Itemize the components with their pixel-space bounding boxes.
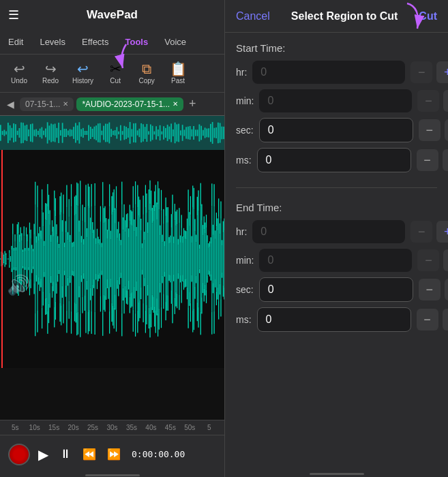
- start-hr-input[interactable]: [252, 61, 405, 84]
- start-ms-label: ms:: [236, 155, 252, 166]
- tab-add-button[interactable]: +: [186, 97, 199, 111]
- record-button[interactable]: [8, 444, 30, 465]
- start-min-minus[interactable]: −: [417, 90, 439, 112]
- menu-levels[interactable]: Levels: [31, 30, 74, 54]
- pause-button[interactable]: ⏸: [57, 444, 74, 464]
- fast-forward-button[interactable]: ⏩: [104, 445, 123, 463]
- paste-button[interactable]: 📋 Past: [163, 59, 193, 87]
- copy-button[interactable]: ⧉ Copy: [132, 59, 162, 87]
- menu-tools[interactable]: Tools: [117, 30, 157, 54]
- history-button[interactable]: ↩ History: [67, 59, 99, 87]
- tl-50s: 50s: [180, 424, 199, 431]
- history-label: History: [72, 77, 93, 84]
- redo-icon: ↪: [45, 62, 57, 76]
- undo-icon: ↩: [14, 62, 25, 76]
- end-min-input[interactable]: [259, 249, 412, 272]
- end-sec-input[interactable]: [259, 277, 413, 302]
- paste-label: Past: [171, 77, 185, 84]
- play-button[interactable]: ▶: [35, 444, 51, 465]
- tab-prev-button[interactable]: ◀: [4, 97, 17, 111]
- start-sec-label: sec:: [236, 125, 254, 136]
- tl-25s: 25s: [83, 424, 102, 431]
- tab-1-close[interactable]: ✕: [63, 100, 68, 108]
- timeline-labels: 5s 10s 15s 20s 25s 30s 35s 40s 45s 50s 5: [5, 424, 219, 431]
- hamburger-button[interactable]: ☰: [8, 7, 19, 22]
- start-min-input[interactable]: [259, 89, 412, 112]
- end-hr-input[interactable]: [252, 220, 405, 243]
- cut-button[interactable]: ✂ Cut: [100, 59, 130, 87]
- start-hr-label: hr:: [236, 67, 247, 78]
- start-min-plus[interactable]: +: [443, 90, 448, 112]
- end-ms-input[interactable]: [257, 307, 411, 332]
- start-min-row: min: − +: [236, 89, 437, 112]
- end-min-plus[interactable]: +: [443, 249, 448, 271]
- menu-edit[interactable]: Edit: [0, 30, 31, 54]
- start-hr-plus[interactable]: +: [436, 61, 448, 83]
- end-time-section: End Time: hr: − + min: − + sec: − +: [225, 192, 448, 343]
- menu-effects[interactable]: Effects: [74, 30, 117, 54]
- start-min-stepper: − +: [417, 90, 448, 112]
- start-ms-stepper: − +: [417, 149, 448, 171]
- start-min-label: min:: [236, 95, 254, 106]
- undo-label: Undo: [11, 77, 27, 84]
- paste-icon: 📋: [170, 62, 187, 76]
- dialog-title: Select Region to Cut: [291, 10, 398, 22]
- end-ms-stepper: − +: [417, 309, 448, 330]
- start-sec-input[interactable]: [259, 118, 413, 142]
- tab-2-label: *AUDIO-2023-07-15-1...: [82, 99, 170, 109]
- left-panel: ☰ WavePad Edit Levels Effects Tools Voic…: [0, 0, 225, 477]
- waveform-main[interactable]: 🔊: [0, 150, 224, 420]
- end-hr-row: hr: − +: [236, 220, 437, 243]
- tab-2-close[interactable]: ✕: [173, 100, 178, 108]
- start-ms-minus[interactable]: −: [417, 149, 438, 171]
- history-icon: ↩: [77, 62, 89, 76]
- tl-30s: 30s: [102, 424, 121, 431]
- end-time-label: End Time:: [236, 202, 437, 213]
- tl-55s: 5: [200, 424, 219, 431]
- tab-item-1[interactable]: 07-15-1... ✕: [20, 97, 74, 111]
- tab-bar: ◀ 07-15-1... ✕ *AUDIO-2023-07-15-1... ✕ …: [0, 93, 224, 116]
- cut-action-button[interactable]: Cut: [419, 10, 437, 22]
- start-hr-minus[interactable]: −: [410, 61, 432, 83]
- speaker-icon: 🔊: [7, 274, 31, 296]
- start-sec-minus[interactable]: −: [419, 119, 440, 141]
- start-hr-stepper: − +: [410, 61, 448, 83]
- end-sec-plus[interactable]: +: [445, 279, 448, 301]
- redo-button[interactable]: ↪ Redo: [35, 59, 65, 87]
- end-ms-plus[interactable]: +: [443, 309, 448, 330]
- end-sec-stepper: − +: [419, 279, 448, 301]
- start-time-label: Start Time:: [236, 42, 437, 54]
- start-ms-row: ms: − +: [236, 148, 437, 172]
- end-ms-label: ms:: [236, 314, 252, 325]
- waveform-overview: [0, 116, 224, 150]
- end-sec-minus[interactable]: −: [419, 279, 440, 301]
- tab-1-label: 07-15-1...: [25, 99, 60, 109]
- end-min-stepper: − +: [417, 249, 448, 271]
- start-hr-row: hr: − +: [236, 61, 437, 84]
- end-ms-minus[interactable]: −: [417, 309, 438, 330]
- end-min-label: min:: [236, 255, 254, 266]
- copy-icon: ⧉: [142, 62, 151, 76]
- home-indicator: [0, 473, 224, 477]
- app-header: ☰ WavePad: [0, 0, 224, 30]
- end-hr-plus[interactable]: +: [436, 221, 448, 243]
- tl-40s: 40s: [141, 424, 160, 431]
- tl-20s: 20s: [63, 424, 83, 431]
- undo-button[interactable]: ↩ Undo: [4, 59, 34, 87]
- start-ms-input[interactable]: [257, 148, 411, 172]
- end-hr-stepper: − +: [410, 221, 448, 243]
- tl-15s: 15s: [44, 424, 63, 431]
- start-ms-plus[interactable]: +: [443, 149, 448, 171]
- rewind-button[interactable]: ⏪: [80, 445, 99, 463]
- right-panel: Cancel Select Region to Cut Cut Start Ti…: [225, 0, 448, 477]
- end-min-minus[interactable]: −: [417, 249, 439, 271]
- tab-item-2[interactable]: *AUDIO-2023-07-15-1... ✕: [76, 97, 183, 111]
- start-sec-plus[interactable]: +: [445, 119, 448, 141]
- end-min-row: min: − +: [236, 249, 437, 272]
- end-hr-minus[interactable]: −: [410, 221, 432, 243]
- dialog-header: Cancel Select Region to Cut Cut: [225, 0, 448, 33]
- bottom-home-indicator: [225, 473, 448, 477]
- timeline: 5s 10s 15s 20s 25s 30s 35s 40s 45s 50s 5: [0, 420, 224, 435]
- cancel-button[interactable]: Cancel: [236, 10, 270, 22]
- menu-voice[interactable]: Voice: [156, 30, 194, 54]
